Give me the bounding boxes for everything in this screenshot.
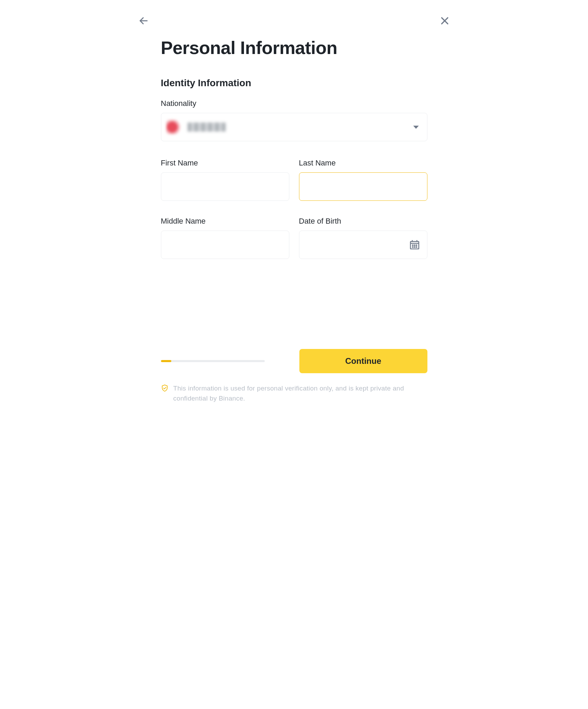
svg-point-10 bbox=[412, 247, 413, 248]
footer-actions: Continue bbox=[161, 349, 427, 373]
nationality-text-redacted bbox=[188, 123, 226, 132]
svg-point-12 bbox=[416, 247, 417, 248]
dob-input[interactable] bbox=[299, 231, 427, 259]
first-name-field: First Name bbox=[161, 159, 289, 201]
personal-info-modal: Personal Information Identity Informatio… bbox=[121, 0, 467, 417]
dob-field: Date of Birth bbox=[299, 217, 427, 259]
arrow-left-icon bbox=[138, 16, 149, 26]
middle-name-label: Middle Name bbox=[161, 217, 289, 226]
section-title: Identity Information bbox=[161, 78, 427, 89]
nationality-label: Nationality bbox=[161, 99, 427, 108]
nationality-field: Nationality bbox=[161, 99, 427, 141]
nationality-select[interactable] bbox=[161, 113, 427, 141]
continue-button[interactable]: Continue bbox=[299, 349, 427, 373]
flag-icon bbox=[166, 119, 181, 135]
modal-topbar bbox=[138, 14, 450, 28]
chevron-down-icon bbox=[413, 126, 419, 129]
back-button[interactable] bbox=[138, 16, 149, 26]
calendar-icon bbox=[409, 239, 420, 250]
middle-name-input[interactable] bbox=[161, 231, 289, 259]
disclaimer: This information is used for personal ve… bbox=[161, 384, 427, 403]
nationality-value bbox=[166, 119, 226, 135]
progress-fill bbox=[161, 360, 171, 362]
last-name-field: Last Name bbox=[299, 159, 427, 201]
first-name-label: First Name bbox=[161, 159, 289, 168]
name-row-1: First Name Last Name bbox=[161, 159, 427, 201]
close-icon bbox=[440, 16, 450, 26]
close-button[interactable] bbox=[440, 16, 450, 26]
last-name-label: Last Name bbox=[299, 159, 427, 168]
modal-footer: Continue This information is used for pe… bbox=[161, 349, 427, 403]
first-name-input[interactable] bbox=[161, 172, 289, 201]
middle-name-field: Middle Name bbox=[161, 217, 289, 259]
form-content: Personal Information Identity Informatio… bbox=[138, 37, 450, 259]
last-name-input[interactable] bbox=[299, 172, 427, 201]
svg-point-11 bbox=[414, 247, 415, 248]
disclaimer-text: This information is used for personal ve… bbox=[173, 384, 427, 403]
progress-bar bbox=[161, 360, 265, 362]
svg-point-9 bbox=[416, 245, 417, 245]
dob-label: Date of Birth bbox=[299, 217, 427, 226]
svg-point-8 bbox=[414, 245, 415, 245]
name-row-2: Middle Name Date of Birth bbox=[161, 217, 427, 259]
page-title: Personal Information bbox=[161, 37, 427, 58]
shield-check-icon bbox=[161, 384, 169, 392]
svg-point-7 bbox=[412, 245, 413, 245]
